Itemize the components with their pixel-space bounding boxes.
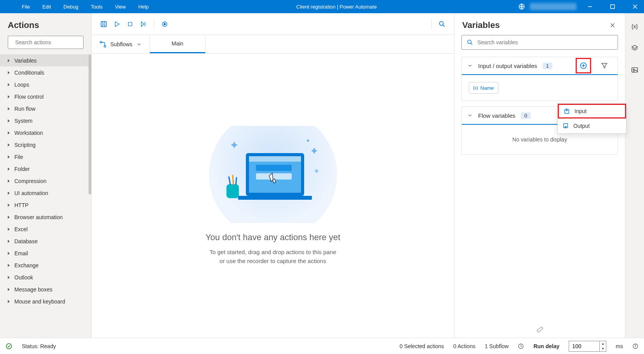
svg-marker-10 xyxy=(141,22,144,26)
run-button[interactable] xyxy=(110,17,124,31)
find-button[interactable] xyxy=(435,17,449,31)
svg-rect-41 xyxy=(632,68,638,72)
designer: Subflows Main xyxy=(92,13,454,338)
svg-marker-40 xyxy=(632,45,638,49)
close-button[interactable] xyxy=(626,0,644,13)
action-category-item[interactable]: System xyxy=(0,115,91,127)
close-variables-button[interactable] xyxy=(608,21,617,30)
action-category-item[interactable]: UI automation xyxy=(0,187,91,199)
action-category-item[interactable]: Variables xyxy=(0,54,91,66)
clock-icon xyxy=(518,343,524,349)
menu-file[interactable]: File xyxy=(16,4,36,10)
svg-point-43 xyxy=(6,344,12,349)
svg-rect-24 xyxy=(238,196,312,200)
variables-search-input[interactable] xyxy=(473,39,613,45)
designer-toolbar xyxy=(92,13,454,35)
filter-button[interactable] xyxy=(597,58,612,73)
step-button[interactable] xyxy=(137,17,150,31)
rail-ui-elements-button[interactable] xyxy=(628,42,641,54)
rail-images-button[interactable] xyxy=(628,64,641,76)
tab-main[interactable]: Main xyxy=(150,35,205,53)
variables-search[interactable] xyxy=(461,35,618,50)
menu-help[interactable]: Help xyxy=(132,4,155,10)
action-category-item[interactable]: Flow control xyxy=(0,91,91,103)
action-category-item[interactable]: Folder xyxy=(0,163,91,175)
maximize-button[interactable] xyxy=(604,0,621,13)
actions-search-input[interactable] xyxy=(12,39,83,45)
filter-icon xyxy=(601,62,608,69)
menu-view[interactable]: View xyxy=(109,4,132,10)
action-category-item[interactable]: Run flow xyxy=(0,103,91,115)
chevron-right-icon xyxy=(8,216,10,219)
designer-canvas[interactable]: You don't have any actions here yet To g… xyxy=(92,54,454,338)
svg-point-29 xyxy=(307,140,309,142)
chevron-down-icon xyxy=(136,42,142,47)
rail-variables-button[interactable]: {x} xyxy=(628,20,641,33)
close-icon xyxy=(609,22,616,28)
action-category-label: Folder xyxy=(14,166,30,172)
record-button[interactable] xyxy=(158,17,171,31)
action-category-item[interactable]: HTTP xyxy=(0,199,91,211)
action-category-label: UI automation xyxy=(14,190,48,196)
save-button[interactable] xyxy=(97,17,110,31)
add-variable-button[interactable] xyxy=(576,58,591,73)
actions-search[interactable] xyxy=(8,36,84,49)
menu-edit[interactable]: Edit xyxy=(36,4,57,10)
eraser-button[interactable] xyxy=(532,322,548,338)
plus-circle-icon xyxy=(580,62,587,70)
chevron-down-icon[interactable] xyxy=(467,63,473,68)
dropdown-output-option[interactable]: Output xyxy=(558,119,626,133)
action-category-item[interactable]: Compression xyxy=(0,175,91,187)
action-category-label: Message boxes xyxy=(14,286,52,293)
action-category-item[interactable]: Mouse and keyboard xyxy=(0,295,91,307)
menu-tools[interactable]: Tools xyxy=(85,4,109,10)
empty-illustration xyxy=(207,126,339,223)
run-delay-label: Run delay xyxy=(533,343,559,349)
chevron-right-icon xyxy=(8,59,10,62)
add-variable-dropdown: Input Output xyxy=(557,103,627,134)
action-category-item[interactable]: Exchange xyxy=(0,259,91,271)
action-category-item[interactable]: Outlook xyxy=(0,271,91,283)
action-category-item[interactable]: Workstation xyxy=(0,127,91,139)
action-category-item[interactable]: Conditionals xyxy=(0,66,91,78)
info-icon[interactable] xyxy=(632,343,639,349)
action-category-label: Email xyxy=(14,250,28,256)
action-category-label: Scripting xyxy=(14,142,35,148)
action-category-item[interactable]: Database xyxy=(0,235,91,247)
layers-icon xyxy=(631,44,639,52)
actions-list[interactable]: VariablesConditionalsLoopsFlow controlRu… xyxy=(0,54,91,338)
dropdown-input-option[interactable]: Input xyxy=(558,104,626,119)
chevron-right-icon xyxy=(8,119,10,122)
action-category-item[interactable]: Loops xyxy=(0,78,91,91)
search-icon xyxy=(466,39,473,46)
environment-badge[interactable] xyxy=(530,3,576,10)
action-category-item[interactable]: Browser automation xyxy=(0,211,91,223)
action-category-label: Outlook xyxy=(14,274,33,281)
action-category-item[interactable]: File xyxy=(0,151,91,163)
svg-marker-8 xyxy=(115,22,120,26)
variable-chip-name[interactable]: {x} Name xyxy=(469,82,498,94)
action-category-label: Database xyxy=(14,238,38,244)
subflows-dropdown[interactable]: Subflows xyxy=(92,35,150,53)
chevron-down-icon[interactable] xyxy=(467,113,473,118)
svg-line-15 xyxy=(443,25,445,27)
svg-point-42 xyxy=(633,69,634,70)
action-category-item[interactable]: Email xyxy=(0,247,91,259)
delay-stepper[interactable]: ▲▼ xyxy=(600,341,606,352)
subflow-count: 1 Subflow xyxy=(485,343,508,349)
svg-line-33 xyxy=(471,43,472,45)
run-delay-input[interactable] xyxy=(569,341,600,352)
action-category-item[interactable]: Excel xyxy=(0,223,91,235)
chevron-right-icon xyxy=(8,204,10,207)
actions-count: 0 Actions xyxy=(453,343,475,349)
minimize-button[interactable] xyxy=(581,0,599,13)
io-count-badge: 1 xyxy=(543,63,552,69)
menu-debug[interactable]: Debug xyxy=(57,4,84,10)
action-category-item[interactable]: Message boxes xyxy=(0,283,91,295)
image-icon xyxy=(631,66,639,74)
scrollbar[interactable] xyxy=(89,54,91,194)
eraser-icon xyxy=(536,326,544,334)
stop-button[interactable] xyxy=(124,17,137,31)
chevron-right-icon xyxy=(8,240,10,243)
action-category-item[interactable]: Scripting xyxy=(0,139,91,151)
